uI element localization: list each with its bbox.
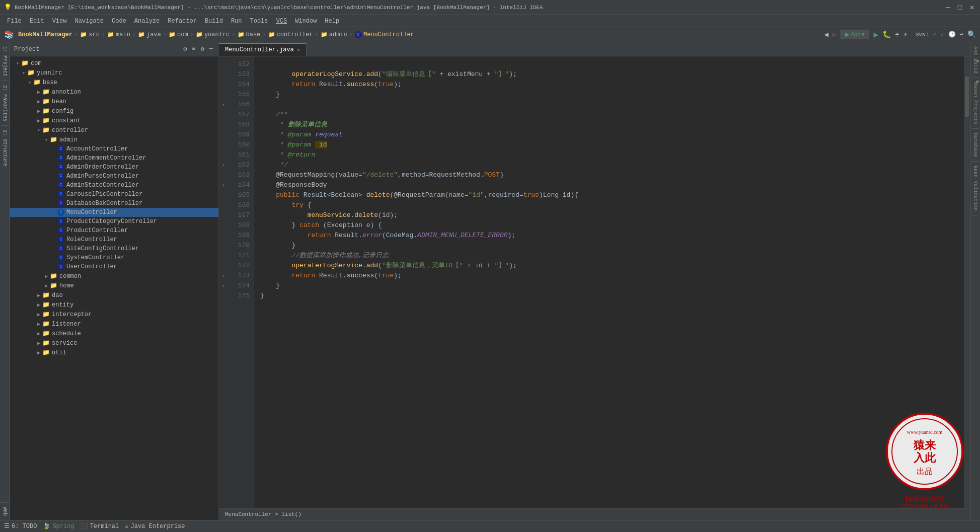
tree-item-admin-comment-controller[interactable]: ▶ C AdminCommentController (10, 154, 218, 163)
code-scrollbar[interactable] (964, 56, 970, 508)
menu-analyze[interactable]: Analyze (130, 17, 164, 26)
tree-item-dao[interactable]: ▶ 📁 dao (10, 290, 218, 300)
profile-btn[interactable]: ⚡ (903, 30, 907, 39)
nav-folder-base: 📁base (238, 31, 261, 38)
tree-item-yuanlrc[interactable]: ▾ 📁 yuanlrc (10, 68, 218, 78)
code-text[interactable]: operaterLogService.add("编辑菜单信息【" + exist… (254, 56, 964, 508)
tree-item-database-bak-controller[interactable]: ▶ C DatabaseBakController (10, 199, 218, 208)
sidebar-settings-btn[interactable]: ⚙ (199, 45, 206, 53)
todo-btn[interactable]: ☰ 6: TODO (4, 522, 37, 530)
menu-run[interactable]: Run (227, 17, 246, 26)
tree-item-system-controller[interactable]: ▶ C SystemController (10, 253, 218, 262)
tree-item-admin-purse-controller[interactable]: ▶ C AdminPurseController (10, 172, 218, 181)
java-enterprise-btn[interactable]: ☕ Java Enterprise (125, 522, 185, 530)
tree-item-home[interactable]: ▶ 📁 home (10, 281, 218, 290)
nav-folder-controller: 📁controller (268, 31, 313, 38)
menu-build[interactable]: Build (201, 17, 227, 26)
web-tab-vertical[interactable]: Web (1, 502, 9, 520)
close-btn[interactable]: ✕ (968, 4, 976, 12)
tree-item-product-controller[interactable]: ▶ C ProductController (10, 226, 218, 235)
tree-item-account-controller[interactable]: ▶ C AccountController (10, 144, 218, 154)
database-tab[interactable]: Database (971, 129, 979, 162)
menu-tools[interactable]: Tools (246, 17, 272, 26)
tree-item-schedule[interactable]: ▶ 📁 schedule (10, 329, 218, 338)
coverage-btn[interactable]: ☂ (895, 30, 899, 39)
search-btn[interactable]: 🔍 (967, 30, 976, 39)
menu-edit[interactable]: Edit (26, 17, 48, 26)
gutter-fold-162[interactable]: ▾ (219, 160, 228, 170)
svn-check-btn[interactable]: ✓ (933, 31, 936, 38)
tree-item-listener[interactable]: ▶ 📁 listener (10, 319, 218, 329)
menu-file[interactable]: File (3, 17, 26, 26)
debug-btn[interactable]: 🐛 (882, 30, 891, 39)
nav-folder-src: 📁src (80, 31, 100, 38)
maven-projects-tab[interactable]: Maven Projects (971, 78, 979, 129)
file-tree: ▾ 📁 com ▾ 📁 yuanlrc ▾ 📁 base (10, 56, 218, 520)
svn-history-btn[interactable]: 🕐 (948, 31, 956, 38)
nav-back-btn[interactable]: ◀ (824, 30, 828, 39)
gutter-line-158 (219, 120, 228, 130)
tree-item-interceptor[interactable]: ▶ 📁 interceptor (10, 310, 218, 319)
sidebar-close-btn[interactable]: — (208, 45, 214, 53)
menu-window[interactable]: Window (291, 17, 321, 26)
tree-item-user-controller[interactable]: ▶ C UserController (10, 262, 218, 271)
tree-item-admin-order-controller[interactable]: ▶ C AdminOrderController (10, 163, 218, 172)
left-panel-tabs: 1: Project 2: Favorites Z: Structure Web (0, 42, 10, 520)
run-btn[interactable]: ▶ (873, 30, 878, 40)
gutter-fold-164[interactable]: ▾ (219, 180, 228, 190)
svn-revert-btn[interactable]: ↩ (960, 31, 963, 38)
tree-item-menu-controller[interactable]: ▶ C MenuController (10, 208, 218, 217)
project-tab-vertical[interactable]: 1: Project (1, 42, 9, 81)
scroll-thumb[interactable] (965, 77, 969, 117)
gutter-line-172 (219, 261, 228, 271)
tree-item-constant[interactable]: ▶ 📁 constant (10, 116, 218, 125)
menu-code[interactable]: Code (108, 17, 130, 26)
tree-item-com[interactable]: ▾ 📁 com (10, 58, 218, 68)
structure-tab-vertical[interactable]: Z: Structure (1, 126, 9, 170)
tree-item-carousel-pic-controller[interactable]: ▶ C CarouselPicController (10, 190, 218, 199)
minimize-btn[interactable]: ─ (944, 4, 952, 12)
tab-menu-controller[interactable]: MenuController.java ✕ (219, 43, 307, 56)
java-enterprise-label: Java Enterprise (130, 523, 185, 530)
menu-vcs[interactable]: VCS (272, 17, 291, 26)
tree-item-site-config-controller[interactable]: ▶ C SiteConfigController (10, 244, 218, 253)
gutter-fold-173[interactable]: ▾ (219, 271, 228, 281)
tree-item-util[interactable]: ▶ 📁 util (10, 348, 218, 357)
menu-refactor[interactable]: Refactor (164, 17, 201, 26)
tree-item-controller[interactable]: ▾ 📁 controller (10, 125, 218, 135)
tree-item-base[interactable]: ▾ 📁 base (10, 78, 218, 87)
sidebar-sync-btn[interactable]: ⚙ (182, 45, 188, 53)
maximize-btn[interactable]: □ (956, 4, 964, 12)
title-text: BookMallManager [E:\idea_workspace\BookM… (15, 5, 944, 11)
menu-navigate[interactable]: Navigate (70, 17, 108, 26)
nav-folder-main: 📁main (107, 31, 130, 38)
gutter-fold-174[interactable]: ▾ (219, 281, 228, 291)
tree-item-common[interactable]: ▶ 📁 common (10, 271, 218, 281)
gutter-fold-156[interactable]: ▾ (219, 100, 228, 110)
spring-btn[interactable]: 🍃 Spring (43, 522, 74, 530)
app-run-btn[interactable]: ▶ App ▾ (841, 30, 869, 39)
terminal-label: Terminal (90, 523, 119, 530)
tree-item-admin-state-controller[interactable]: ▶ C AdminStateController (10, 181, 218, 190)
tree-item-bean[interactable]: ▶ 📁 bean (10, 97, 218, 106)
tree-item-entity[interactable]: ▶ 📁 entity (10, 300, 218, 310)
tree-item-service[interactable]: ▶ 📁 service (10, 338, 218, 348)
bean-validation-tab[interactable]: Bean Validation (971, 162, 979, 215)
favorites-tab-vertical[interactable]: 2: Favorites (1, 81, 9, 126)
tree-item-admin[interactable]: ▾ 📁 admin (10, 135, 218, 144)
nav-forward-btn[interactable]: ▶ (833, 30, 837, 39)
tree-item-annotion[interactable]: ▶ 📁 annotion (10, 87, 218, 97)
gutter-line-157 (219, 110, 228, 120)
svn-update-btn[interactable]: ✓ (941, 31, 944, 38)
navbar: 📚 BookMallManager › 📁src › 📁main › 📁java… (0, 27, 980, 42)
tree-item-role-controller[interactable]: ▶ C RoleController (10, 235, 218, 244)
terminal-btn[interactable]: ⬛ Terminal (81, 522, 119, 530)
menu-help[interactable]: Help (321, 17, 343, 26)
tab-close-icon[interactable]: ✕ (297, 47, 300, 53)
spring-icon: 🍃 (43, 522, 50, 530)
tree-item-config[interactable]: ▶ 📁 config (10, 106, 218, 116)
tree-item-product-category-controller[interactable]: ▶ C ProductCategoryController (10, 217, 218, 226)
sidebar-collapse-btn[interactable]: ≡ (190, 45, 197, 53)
sidebar-title: Project (14, 46, 182, 53)
menu-view[interactable]: View (48, 17, 71, 26)
